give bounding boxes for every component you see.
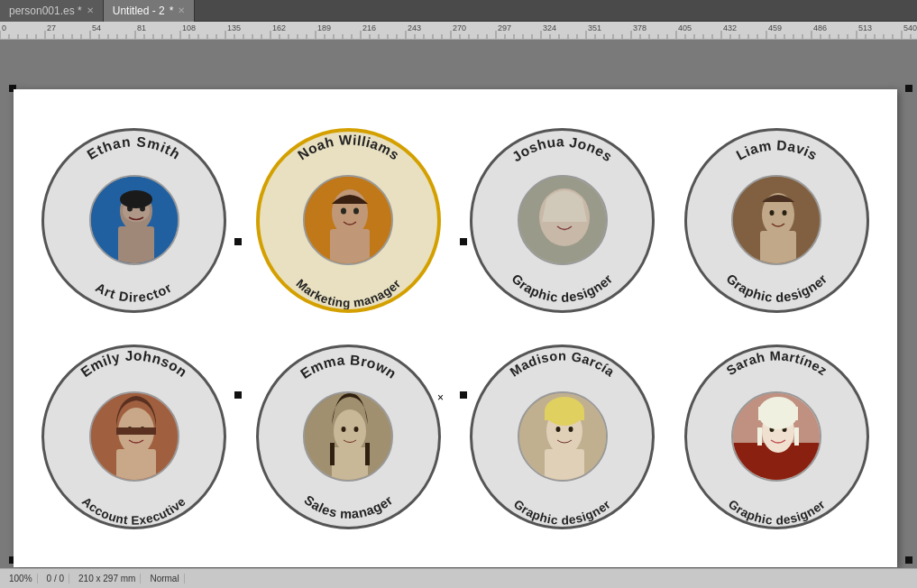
svg-text:Liam Davis: Liam Davis xyxy=(733,137,820,162)
svg-text:Art Director: Art Director xyxy=(94,280,175,304)
svg-text:Sales manager: Sales manager xyxy=(301,492,395,521)
badge-circle-liam: Liam Davis Graphic designer xyxy=(684,128,869,313)
tab-label-active: Untitled - 2 xyxy=(113,5,165,17)
tab-untitled[interactable]: Untitled - 2 * ✕ xyxy=(104,0,196,22)
badge-sarah[interactable]: Sarah Martínez Graphic designer xyxy=(674,333,880,540)
svg-text:Madison García: Madison García xyxy=(508,348,618,379)
tab-person001[interactable]: person001.es * ✕ xyxy=(0,0,104,22)
svg-text:Emma Brown: Emma Brown xyxy=(298,352,399,381)
badge-madison[interactable]: Madison García Graphic designer xyxy=(460,333,665,540)
status-bar: 100% 0 / 0 210 x 297 mm Normal xyxy=(0,568,917,588)
badge-circle-sarah: Sarah Martínez Graphic designer xyxy=(684,345,869,529)
badge-circle-emily: Emily Johnson Account Executive xyxy=(41,345,226,529)
svg-text:Marketing manager: Marketing manager xyxy=(293,276,403,308)
badge-noah[interactable]: Noah Williams Marketing manager xyxy=(246,116,452,324)
badge-circle-madison: Madison García Graphic designer xyxy=(470,345,655,529)
badge-circle-noah: Noah Williams Marketing manager xyxy=(256,128,441,313)
badge-liam[interactable]: Liam Davis Graphic designer xyxy=(674,116,880,324)
corner-handle-tr[interactable] xyxy=(905,85,912,92)
badge-ethan[interactable]: Ethan Smith Art Director xyxy=(32,116,237,324)
badges-grid: Ethan Smith Art Director xyxy=(14,89,897,567)
svg-text:Graphic designer: Graphic designer xyxy=(511,497,613,527)
badge-circle-joshua: Joshua Jones Graphic designer xyxy=(470,128,655,313)
svg-text:Noah Williams: Noah Williams xyxy=(295,132,402,162)
badge-joshua[interactable]: Joshua Jones Graphic designer xyxy=(460,116,665,324)
badge-emily[interactable]: Emily Johnson Account Executive xyxy=(32,333,237,540)
document-page: × Ethan Smith Art Director xyxy=(14,89,897,567)
status-position: 0 / 0 xyxy=(42,574,69,583)
badge-circle-ethan: Ethan Smith Art Director xyxy=(41,128,226,313)
status-zoom: 100% xyxy=(5,574,38,583)
svg-text:Account Executive: Account Executive xyxy=(79,494,188,527)
canvas-area[interactable]: × Ethan Smith Art Director xyxy=(0,40,917,568)
svg-text:Graphic designer: Graphic designer xyxy=(723,271,830,304)
svg-text:Graphic designer: Graphic designer xyxy=(509,271,616,304)
svg-text:Sarah Martínez: Sarah Martínez xyxy=(723,348,830,378)
tab-bar: person001.es * ✕ Untitled - 2 * ✕ xyxy=(0,0,917,22)
tab-label: person001.es * xyxy=(9,5,82,17)
svg-text:Joshua Jones: Joshua Jones xyxy=(509,133,616,164)
svg-text:Emily Johnson: Emily Johnson xyxy=(78,347,190,380)
svg-text:Graphic designer: Graphic designer xyxy=(726,497,828,527)
tab-close-untitled[interactable]: ✕ xyxy=(178,5,185,15)
ruler xyxy=(0,22,917,40)
tab-close-person001[interactable]: ✕ xyxy=(87,5,94,15)
badge-emma[interactable]: Emma Brown Sales manager xyxy=(246,333,452,540)
status-mode: Normal xyxy=(145,574,184,583)
badge-circle-emma: Emma Brown Sales manager xyxy=(256,345,441,529)
tab-modified: * xyxy=(170,5,174,17)
status-size: 210 x 297 mm xyxy=(74,574,141,583)
svg-text:Ethan Smith: Ethan Smith xyxy=(85,133,184,162)
corner-handle-br[interactable] xyxy=(905,556,912,564)
